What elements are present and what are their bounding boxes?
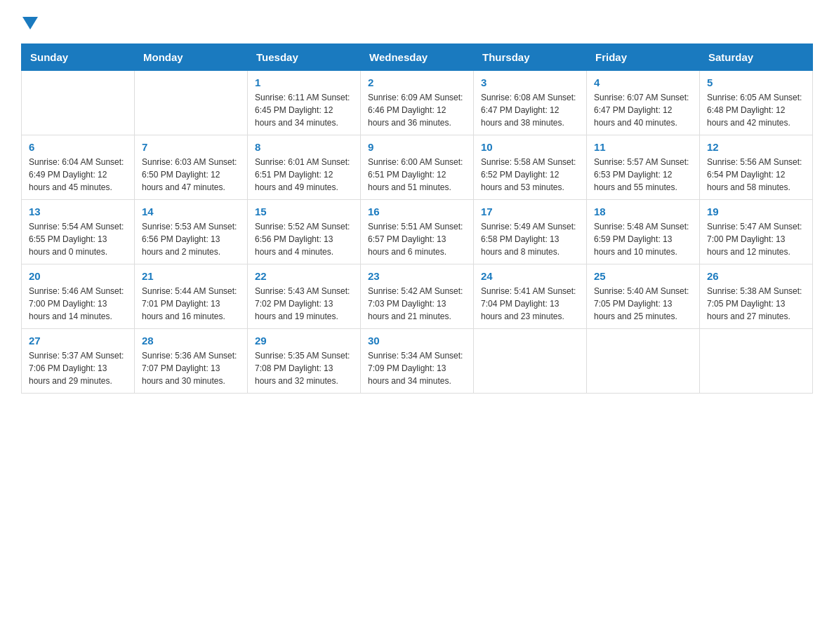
day-number: 29 (255, 335, 353, 347)
day-number: 8 (255, 141, 353, 153)
day-cell (700, 329, 813, 394)
logo-triangle-icon (22, 17, 38, 29)
day-info: Sunrise: 5:36 AM Sunset: 7:07 PM Dayligh… (142, 349, 240, 387)
day-info: Sunrise: 5:57 AM Sunset: 6:53 PM Dayligh… (594, 156, 692, 194)
day-info: Sunrise: 5:58 AM Sunset: 6:52 PM Dayligh… (481, 156, 579, 194)
day-cell (587, 329, 700, 394)
day-cell: 18Sunrise: 5:48 AM Sunset: 6:59 PM Dayli… (587, 200, 700, 264)
day-number: 12 (707, 141, 805, 153)
day-info: Sunrise: 6:05 AM Sunset: 6:48 PM Dayligh… (707, 91, 805, 129)
day-info: Sunrise: 5:53 AM Sunset: 6:56 PM Dayligh… (142, 220, 240, 258)
header-row: SundayMondayTuesdayWednesdayThursdayFrid… (22, 44, 813, 71)
day-cell: 27Sunrise: 5:37 AM Sunset: 7:06 PM Dayli… (22, 329, 135, 394)
day-info: Sunrise: 6:07 AM Sunset: 6:47 PM Dayligh… (594, 91, 692, 129)
calendar-header: SundayMondayTuesdayWednesdayThursdayFrid… (22, 44, 813, 71)
day-cell (135, 71, 248, 135)
day-number: 24 (481, 270, 579, 282)
day-info: Sunrise: 5:37 AM Sunset: 7:06 PM Dayligh… (29, 349, 127, 387)
day-cell: 16Sunrise: 5:51 AM Sunset: 6:57 PM Dayli… (361, 200, 474, 264)
day-info: Sunrise: 5:35 AM Sunset: 7:08 PM Dayligh… (255, 349, 353, 387)
day-number: 17 (481, 206, 579, 217)
day-number: 5 (707, 76, 805, 88)
day-info: Sunrise: 6:01 AM Sunset: 6:51 PM Dayligh… (255, 156, 353, 194)
day-number: 11 (594, 141, 692, 153)
day-cell: 13Sunrise: 5:54 AM Sunset: 6:55 PM Dayli… (22, 200, 135, 264)
day-cell: 2Sunrise: 6:09 AM Sunset: 6:46 PM Daylig… (361, 71, 474, 135)
day-cell (474, 329, 587, 394)
day-cell: 6Sunrise: 6:04 AM Sunset: 6:49 PM Daylig… (22, 135, 135, 200)
day-info: Sunrise: 5:52 AM Sunset: 6:56 PM Dayligh… (255, 220, 353, 258)
week-row-3: 20Sunrise: 5:46 AM Sunset: 7:00 PM Dayli… (22, 264, 813, 329)
day-info: Sunrise: 5:41 AM Sunset: 7:04 PM Dayligh… (481, 285, 579, 323)
day-number: 1 (255, 76, 353, 88)
day-number: 9 (368, 141, 466, 153)
day-number: 3 (481, 76, 579, 88)
day-cell: 29Sunrise: 5:35 AM Sunset: 7:08 PM Dayli… (248, 329, 361, 394)
day-info: Sunrise: 6:11 AM Sunset: 6:45 PM Dayligh… (255, 91, 353, 129)
day-number: 26 (707, 270, 805, 282)
header-cell-thursday: Thursday (474, 44, 587, 71)
day-number: 7 (142, 141, 240, 153)
day-number: 2 (368, 76, 466, 88)
day-cell: 28Sunrise: 5:36 AM Sunset: 7:07 PM Dayli… (135, 329, 248, 394)
day-number: 25 (594, 270, 692, 282)
day-info: Sunrise: 6:09 AM Sunset: 6:46 PM Dayligh… (368, 91, 466, 129)
day-number: 19 (707, 206, 805, 217)
day-info: Sunrise: 5:46 AM Sunset: 7:00 PM Dayligh… (29, 285, 127, 323)
header-cell-friday: Friday (587, 44, 700, 71)
day-cell: 30Sunrise: 5:34 AM Sunset: 7:09 PM Dayli… (361, 329, 474, 394)
day-cell: 1Sunrise: 6:11 AM Sunset: 6:45 PM Daylig… (248, 71, 361, 135)
day-cell: 19Sunrise: 5:47 AM Sunset: 7:00 PM Dayli… (700, 200, 813, 264)
day-cell: 12Sunrise: 5:56 AM Sunset: 6:54 PM Dayli… (700, 135, 813, 200)
day-cell: 4Sunrise: 6:07 AM Sunset: 6:47 PM Daylig… (587, 71, 700, 135)
day-cell: 20Sunrise: 5:46 AM Sunset: 7:00 PM Dayli… (22, 264, 135, 329)
day-number: 28 (142, 335, 240, 347)
day-number: 21 (142, 270, 240, 282)
day-number: 27 (29, 335, 127, 347)
header-cell-wednesday: Wednesday (361, 44, 474, 71)
day-cell: 22Sunrise: 5:43 AM Sunset: 7:02 PM Dayli… (248, 264, 361, 329)
day-cell: 24Sunrise: 5:41 AM Sunset: 7:04 PM Dayli… (474, 264, 587, 329)
header-cell-tuesday: Tuesday (248, 44, 361, 71)
day-cell: 3Sunrise: 6:08 AM Sunset: 6:47 PM Daylig… (474, 71, 587, 135)
svg-marker-0 (22, 17, 38, 29)
day-number: 4 (594, 76, 692, 88)
day-info: Sunrise: 5:34 AM Sunset: 7:09 PM Dayligh… (368, 349, 466, 387)
day-info: Sunrise: 6:00 AM Sunset: 6:51 PM Dayligh… (368, 156, 466, 194)
day-cell (22, 71, 135, 135)
day-cell: 7Sunrise: 6:03 AM Sunset: 6:50 PM Daylig… (135, 135, 248, 200)
header-cell-monday: Monday (135, 44, 248, 71)
day-cell: 9Sunrise: 6:00 AM Sunset: 6:51 PM Daylig… (361, 135, 474, 200)
day-number: 6 (29, 141, 127, 153)
day-cell: 23Sunrise: 5:42 AM Sunset: 7:03 PM Dayli… (361, 264, 474, 329)
day-info: Sunrise: 6:03 AM Sunset: 6:50 PM Dayligh… (142, 156, 240, 194)
week-row-1: 6Sunrise: 6:04 AM Sunset: 6:49 PM Daylig… (22, 135, 813, 200)
day-info: Sunrise: 5:54 AM Sunset: 6:55 PM Dayligh… (29, 220, 127, 258)
day-cell: 8Sunrise: 6:01 AM Sunset: 6:51 PM Daylig… (248, 135, 361, 200)
week-row-4: 27Sunrise: 5:37 AM Sunset: 7:06 PM Dayli… (22, 329, 813, 394)
day-cell: 21Sunrise: 5:44 AM Sunset: 7:01 PM Dayli… (135, 264, 248, 329)
day-info: Sunrise: 5:49 AM Sunset: 6:58 PM Dayligh… (481, 220, 579, 258)
day-cell: 25Sunrise: 5:40 AM Sunset: 7:05 PM Dayli… (587, 264, 700, 329)
day-info: Sunrise: 5:51 AM Sunset: 6:57 PM Dayligh… (368, 220, 466, 258)
day-info: Sunrise: 6:04 AM Sunset: 6:49 PM Dayligh… (29, 156, 127, 194)
day-cell: 26Sunrise: 5:38 AM Sunset: 7:05 PM Dayli… (700, 264, 813, 329)
calendar-body: 1Sunrise: 6:11 AM Sunset: 6:45 PM Daylig… (22, 71, 813, 394)
week-row-0: 1Sunrise: 6:11 AM Sunset: 6:45 PM Daylig… (22, 71, 813, 135)
day-info: Sunrise: 5:38 AM Sunset: 7:05 PM Dayligh… (707, 285, 805, 323)
day-number: 10 (481, 141, 579, 153)
day-number: 13 (29, 206, 127, 217)
page-header (21, 14, 813, 29)
day-info: Sunrise: 5:43 AM Sunset: 7:02 PM Dayligh… (255, 285, 353, 323)
day-info: Sunrise: 5:40 AM Sunset: 7:05 PM Dayligh… (594, 285, 692, 323)
day-number: 30 (368, 335, 466, 347)
day-cell: 17Sunrise: 5:49 AM Sunset: 6:58 PM Dayli… (474, 200, 587, 264)
day-info: Sunrise: 6:08 AM Sunset: 6:47 PM Dayligh… (481, 91, 579, 129)
day-number: 23 (368, 270, 466, 282)
calendar-table: SundayMondayTuesdayWednesdayThursdayFrid… (21, 43, 813, 394)
day-cell: 11Sunrise: 5:57 AM Sunset: 6:53 PM Dayli… (587, 135, 700, 200)
day-info: Sunrise: 5:56 AM Sunset: 6:54 PM Dayligh… (707, 156, 805, 194)
day-cell: 5Sunrise: 6:05 AM Sunset: 6:48 PM Daylig… (700, 71, 813, 135)
week-row-2: 13Sunrise: 5:54 AM Sunset: 6:55 PM Dayli… (22, 200, 813, 264)
logo (21, 14, 38, 29)
